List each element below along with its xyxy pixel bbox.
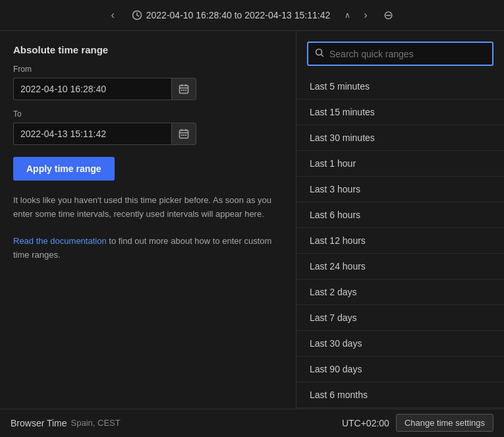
svg-rect-8 — [185, 134, 186, 136]
top-navigation-bar: ‹ 2022-04-10 16:28:40 to 2022-04-13 15:1… — [0, 0, 504, 31]
from-label: From — [13, 65, 283, 74]
quick-range-item[interactable]: Last 6 months — [296, 382, 504, 408]
search-quick-ranges-input[interactable] — [329, 49, 486, 59]
search-icon — [315, 48, 324, 59]
svg-rect-4 — [185, 90, 186, 91]
documentation-link[interactable]: Read the documentation — [13, 236, 107, 246]
search-box-wrapper — [296, 31, 504, 71]
quick-range-item[interactable]: Last 2 days — [296, 279, 504, 305]
quick-range-item[interactable]: Last 30 minutes — [296, 125, 504, 151]
quick-range-item[interactable]: Last 1 year — [296, 408, 504, 409]
to-input-row — [13, 123, 283, 145]
hint-paragraph: It looks like you haven't used this time… — [13, 194, 283, 262]
svg-rect-5 — [180, 131, 188, 138]
bottom-right-section: UTC+02:00 Change time settings — [342, 414, 493, 432]
quick-range-item[interactable]: Last 24 hours — [296, 254, 504, 279]
to-datetime-input[interactable] — [13, 123, 171, 145]
time-range-text: 2022-04-10 16:28:40 to 2022-04-13 15:11:… — [146, 10, 330, 20]
utc-offset-label: UTC+02:00 — [342, 418, 389, 428]
section-title: Absolute time range — [13, 44, 283, 55]
quick-range-item[interactable]: Last 6 hours — [296, 202, 504, 228]
zoom-out-button[interactable]: ⊖ — [378, 5, 399, 25]
hint-text-1: It looks like you haven't used this time… — [13, 195, 271, 219]
quick-range-item[interactable]: Last 3 hours — [296, 177, 504, 202]
apply-time-range-button[interactable]: Apply time range — [13, 157, 115, 181]
browser-time-label: Browser Time — [11, 418, 67, 428]
quick-range-item[interactable]: Last 5 minutes — [296, 74, 504, 100]
browser-timezone: Spain, CEST — [71, 418, 121, 428]
quick-ranges-panel: Last 5 minutesLast 15 minutesLast 30 min… — [296, 31, 504, 409]
svg-rect-3 — [183, 90, 184, 91]
quick-ranges-list: Last 5 minutesLast 15 minutesLast 30 min… — [296, 71, 504, 409]
to-calendar-button[interactable] — [171, 123, 196, 145]
next-time-button[interactable]: › — [358, 7, 372, 24]
quick-range-item[interactable]: Last 1 hour — [296, 151, 504, 177]
svg-rect-6 — [181, 134, 182, 136]
bottom-bar: Browser Time Spain, CEST UTC+02:00 Chang… — [0, 409, 504, 436]
from-datetime-input[interactable] — [13, 78, 171, 100]
svg-rect-1 — [180, 86, 188, 94]
from-input-row — [13, 78, 283, 100]
quick-range-item[interactable]: Last 15 minutes — [296, 100, 504, 125]
quick-range-item[interactable]: Last 12 hours — [296, 228, 504, 254]
calendar-icon — [179, 129, 189, 139]
quick-range-item[interactable]: Last 90 days — [296, 357, 504, 382]
main-content: Absolute time range From To — [0, 31, 504, 409]
search-box — [307, 42, 493, 66]
quick-range-item[interactable]: Last 30 days — [296, 331, 504, 357]
browser-time-section: Browser Time Spain, CEST — [11, 418, 121, 428]
change-time-settings-button[interactable]: Change time settings — [396, 414, 493, 432]
time-range-display[interactable]: 2022-04-10 16:28:40 to 2022-04-13 15:11:… — [125, 7, 337, 23]
to-label: To — [13, 109, 283, 119]
chevron-up-icon: ∧ — [342, 8, 353, 22]
calendar-icon — [179, 84, 189, 94]
absolute-time-range-panel: Absolute time range From To — [0, 31, 296, 409]
from-calendar-button[interactable] — [171, 78, 196, 100]
svg-rect-7 — [183, 134, 184, 136]
clock-icon — [132, 10, 142, 20]
svg-rect-2 — [181, 90, 182, 91]
quick-range-item[interactable]: Last 7 days — [296, 305, 504, 331]
prev-time-button[interactable]: ‹ — [105, 7, 119, 24]
